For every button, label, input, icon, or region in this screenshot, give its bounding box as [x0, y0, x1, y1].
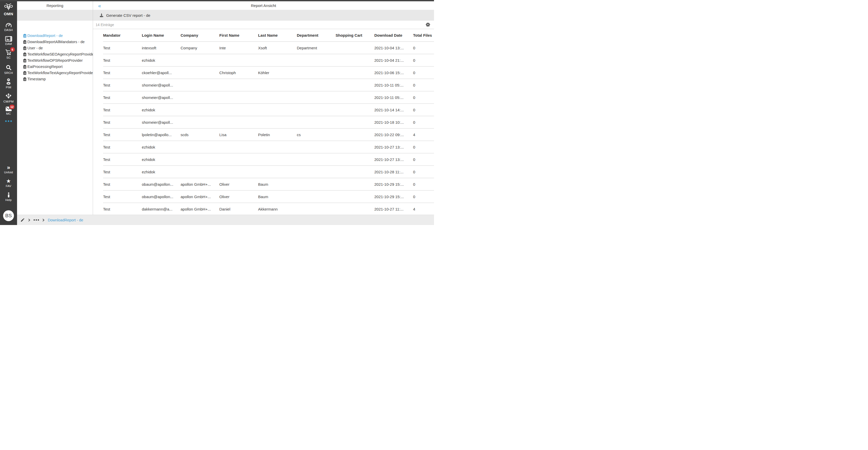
- table-row[interactable]: Testshomeier@apoll...2021-10-11 05:...0: [103, 91, 434, 104]
- chevron-right-icon: [42, 218, 45, 222]
- table-header-row: MandatorLogin NameCompanyFirst NameLast …: [103, 29, 434, 42]
- sidebar-item-srch[interactable]: SRCH: [0, 65, 17, 74]
- table-cell: ezhidok: [142, 145, 181, 149]
- table-cell: Daniel: [219, 207, 258, 211]
- table-cell: apollon GmbH+...: [181, 195, 219, 199]
- sidebar-item-dash[interactable]: DASH: [0, 22, 17, 32]
- sidebar-item-help[interactable]: Help: [0, 192, 17, 201]
- report-label: DownloadReportAllMandators - de: [27, 40, 85, 44]
- report-list-item[interactable]: Timestamp: [23, 76, 93, 82]
- column-header[interactable]: Last Name: [258, 33, 297, 37]
- sidebar-item-cmpm[interactable]: CM/PM: [0, 93, 17, 103]
- table-cell: 0: [413, 157, 434, 162]
- sidebar-item-mc[interactable]: 12 MC: [0, 106, 17, 115]
- sidebar-item-fav[interactable]: ★ FAV: [0, 179, 17, 188]
- column-header[interactable]: Shopping Cart: [336, 33, 374, 37]
- breadcrumb-ellipsis-button[interactable]: [34, 219, 39, 221]
- table-cell: apollon GmbH+...: [181, 207, 219, 211]
- report-icon: [23, 40, 26, 44]
- shopping-cart-icon: 6: [5, 49, 12, 55]
- sidebar-item-unfold[interactable]: » Unfold: [0, 165, 17, 174]
- table-cell: 0: [413, 70, 434, 75]
- report-label: TextWorkflowSEOAgencyReportProvider: [27, 52, 95, 56]
- report-icon: [23, 46, 26, 50]
- report-list-item[interactable]: TextWorkflowTextAgencyReportProvider: [23, 70, 93, 76]
- table-row[interactable]: Testezhidok2021-10-27 13:...0: [103, 154, 434, 166]
- table-row[interactable]: Testezhidok2021-10-14 14:...0: [103, 104, 434, 116]
- table-cell: lpoletin@apollo...: [142, 132, 181, 137]
- page-title: Report Ansicht: [93, 3, 434, 8]
- sidebar-item-sc[interactable]: 6 SC: [0, 49, 17, 59]
- column-header[interactable]: Login Name: [142, 33, 181, 37]
- table-row[interactable]: Testdakkermann@a...apollon GmbH+...Danie…: [103, 203, 434, 215]
- star-icon: ★: [6, 179, 11, 184]
- table-row[interactable]: TestintexsoftCompanyInteXsoftDepartment2…: [103, 42, 434, 54]
- table-row[interactable]: Testshomeier@apoll...2021-10-11 05:...0: [103, 79, 434, 91]
- table-cell: ezhidok: [142, 157, 181, 162]
- report-list-item[interactable]: TextWorkflowSEOAgencyReportProvider: [23, 51, 93, 57]
- table-row[interactable]: Testezhidok2021-10-04 21:...0: [103, 54, 434, 67]
- sidebar-item-pim[interactable]: P PIM: [0, 78, 17, 89]
- column-header[interactable]: Department: [297, 33, 336, 37]
- table-cell: Department: [297, 46, 336, 50]
- content-area: Reporting DownloadReport - de DownloadRe…: [17, 0, 434, 215]
- table-cell: Köhler: [258, 70, 297, 75]
- app-logo[interactable]: OMN: [0, 3, 17, 16]
- edit-pencil-button[interactable]: [21, 218, 25, 222]
- table-cell: 2021-10-27 11:...: [374, 207, 413, 211]
- column-header[interactable]: Download Date: [374, 33, 413, 37]
- sidebar-item-label: CM/PM: [3, 100, 13, 103]
- table-cell: Oliver: [219, 182, 258, 187]
- table-row[interactable]: Testckoehler@apoll...ChristophKöhler2021…: [103, 67, 434, 79]
- report-list-item[interactable]: DownloadReportAllMandators - de: [23, 39, 93, 45]
- table-cell: 2021-10-04 13:...: [374, 46, 413, 50]
- table-cell: 4: [413, 132, 434, 137]
- collapse-panel-button[interactable]: «: [98, 3, 101, 8]
- report-list-item[interactable]: EaiProcessingReport: [23, 64, 93, 70]
- table-cell: 2021-10-29 15:...: [374, 182, 413, 187]
- generate-csv-button[interactable]: Generate CSV report - de: [93, 10, 434, 21]
- table-cell: Christoph: [219, 70, 258, 75]
- report-label: EaiProcessingReport: [27, 65, 63, 69]
- settings-gear-button[interactable]: [426, 22, 430, 27]
- table-cell: 2021-10-28 11:...: [374, 170, 413, 174]
- table-row[interactable]: Testezhidok2021-10-27 13:...0: [103, 141, 434, 154]
- report-list-item[interactable]: User - de: [23, 45, 93, 51]
- column-header[interactable]: Total Files: [413, 33, 434, 37]
- sidebar-item-label: FAV: [6, 185, 11, 188]
- sidebar-item-dam[interactable]: DAM: [0, 36, 17, 45]
- report-list-item[interactable]: DownloadReport - de: [23, 33, 93, 39]
- table-cell: Test: [103, 170, 142, 174]
- table-cell: intexsoft: [142, 46, 181, 50]
- column-header[interactable]: Company: [181, 33, 219, 37]
- table-cell: 4: [413, 207, 434, 211]
- table-row[interactable]: Testlpoletin@apollo...scdsLisaPoletincs2…: [103, 129, 434, 141]
- report-icon: [23, 53, 26, 56]
- sidebar-item-label: MC: [6, 112, 11, 115]
- table-cell: Test: [103, 95, 142, 100]
- table-row[interactable]: Testezhidok2021-10-28 11:...0: [103, 166, 434, 178]
- app-logo-label: OMN: [4, 12, 13, 16]
- column-header[interactable]: First Name: [219, 33, 258, 37]
- table-cell: Oliver: [219, 195, 258, 199]
- reporting-panel-toolbar: [17, 10, 93, 21]
- search-icon: [6, 65, 11, 70]
- table-cell: 0: [413, 58, 434, 63]
- sidebar-more-button[interactable]: [0, 120, 17, 122]
- table-cell: obaum@apollon...: [142, 195, 181, 199]
- user-avatar[interactable]: BS: [3, 210, 14, 221]
- report-list: DownloadReport - de DownloadReportAllMan…: [17, 33, 93, 82]
- ellipsis-icon: [5, 120, 12, 122]
- column-header[interactable]: Mandator: [103, 33, 142, 37]
- table-cell: shomeier@apoll...: [142, 83, 181, 87]
- table-cell: 0: [413, 46, 434, 50]
- table-body: TestintexsoftCompanyInteXsoftDepartment2…: [103, 42, 434, 215]
- table-cell: 0: [413, 182, 434, 187]
- table-row[interactable]: Testobaum@apollon...apollon GmbH+...Oliv…: [103, 191, 434, 203]
- breadcrumb-current[interactable]: DownloadReport - de: [48, 218, 83, 222]
- table-cell: 2021-10-06 15:...: [374, 70, 413, 75]
- report-list-item[interactable]: TextWorkflowOPSReportProvider: [23, 57, 93, 64]
- table-row[interactable]: Testshomeier@apoll...2021-10-18 10:...0: [103, 116, 434, 129]
- table-row[interactable]: Testobaum@apollon...apollon GmbH+...Oliv…: [103, 178, 434, 191]
- table-cell: scds: [181, 132, 219, 137]
